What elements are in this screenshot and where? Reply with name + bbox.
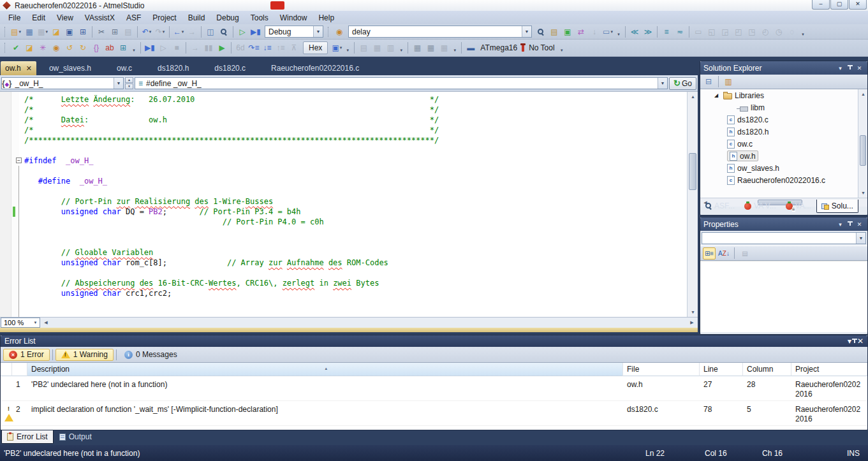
undo-icon[interactable]: ↶▾: [140, 26, 153, 38]
prev-bookmark-icon[interactable]: ◱: [705, 26, 718, 38]
scroll-up-icon[interactable]: ▲: [858, 89, 867, 99]
navigate-forward-icon[interactable]: →: [186, 26, 198, 38]
dock-tab-Error-List[interactable]: Error List: [1, 430, 54, 444]
start-debugging-break-icon[interactable]: ▶▮: [249, 26, 262, 38]
toolbar-grip[interactable]: [4, 43, 7, 53]
start-new-instance-icon[interactable]: ▷: [157, 41, 170, 54]
find-icon[interactable]: [217, 26, 230, 38]
minimize-button[interactable]: –: [812, 0, 830, 10]
properties-icon[interactable]: ⊟: [702, 75, 715, 88]
scroll-down-icon[interactable]: ▼: [688, 307, 698, 317]
column-header-line[interactable]: Line: [700, 363, 743, 376]
chevron-down-icon[interactable]: ▾: [18, 29, 21, 34]
run-to-frame-icon[interactable]: ⊼: [288, 41, 300, 54]
command-window-icon[interactable]: ▭▾: [601, 26, 614, 38]
save-icon[interactable]: ▣: [63, 26, 76, 38]
start-without-debugging-icon[interactable]: ▷: [236, 26, 249, 38]
member-combo[interactable]: ≡ #define _ow_H_ ▼: [135, 77, 668, 89]
code-line[interactable]: unsigned char DQ = PB2; // Port-Pin P3.4…: [0, 207, 686, 217]
project-properties-icon[interactable]: ✳: [36, 41, 49, 54]
maximize-button[interactable]: ▢: [830, 0, 848, 10]
paste-icon[interactable]: ▤: [122, 26, 135, 38]
prev-bookmark-doc-icon[interactable]: ◴: [759, 26, 772, 38]
chevron-down-icon[interactable]: ▼: [658, 78, 667, 89]
step-over-icon[interactable]: ↷≡: [247, 41, 260, 54]
code-line[interactable]: #define _ow_H_: [0, 176, 686, 186]
code-line[interactable]: [0, 186, 686, 196]
code-line[interactable]: /* Datei: ow.h */: [0, 115, 686, 125]
chevron-down-icon[interactable]: ▾: [45, 29, 48, 34]
toolbar-overflow[interactable]: ▾: [344, 41, 351, 54]
add-new-item-icon[interactable]: ▦: [23, 26, 36, 38]
open-file-icon[interactable]: ◪: [50, 26, 63, 38]
prev-bookmark-folder-icon[interactable]: ◰: [732, 26, 745, 38]
watch-window-icon[interactable]: ▤: [357, 41, 370, 54]
device-name-label[interactable]: ATmega16: [478, 43, 520, 52]
scope-spinner[interactable]: ▲▼: [125, 77, 133, 89]
hex-toggle-button[interactable]: Hex: [303, 41, 328, 54]
property-pages-icon[interactable]: ▤: [739, 247, 751, 260]
quick-find-icon[interactable]: [534, 26, 547, 38]
filter-1-Warning[interactable]: 1 Warning: [55, 349, 114, 361]
stop-debugging-icon[interactable]: ■: [170, 41, 183, 54]
code-line[interactable]: // Port-Pin P4.0 = c0h: [0, 217, 686, 227]
toolbar-grip[interactable]: [328, 27, 330, 37]
solution-explorer-header[interactable]: Solution Explorer ▾ ✕: [700, 61, 867, 75]
increase-indent-icon[interactable]: ≫: [642, 26, 654, 38]
tree-item-ow.h[interactable]: how.h: [700, 150, 867, 162]
tree-item-ds1820.h[interactable]: hds1820.h: [700, 126, 867, 138]
window-position-icon[interactable]: ▾: [835, 65, 845, 71]
tree-item-Libraries[interactable]: ◢Libraries: [700, 89, 867, 101]
document-tab-Raeucherofen02022016.c[interactable]: Raeucherofen02022016.c: [258, 61, 372, 75]
code-line[interactable]: /***************************************…: [0, 135, 686, 145]
close-icon[interactable]: ✕: [857, 337, 864, 346]
column-header-description[interactable]: Description▴: [27, 363, 623, 376]
column-header-file[interactable]: File: [623, 363, 700, 376]
code-editor[interactable]: /* Letzte Änderung: 26.07.2010 *//* *//*…: [0, 92, 698, 317]
chevron-down-icon[interactable]: ▾: [610, 29, 613, 34]
toggle-bookmark-icon[interactable]: ▭: [692, 26, 705, 38]
toolbar-overflow[interactable]: ▾: [615, 26, 622, 38]
decrease-indent-icon[interactable]: ≪: [628, 26, 641, 38]
close-icon[interactable]: ✕: [26, 64, 32, 73]
spell-check-icon[interactable]: ab: [103, 41, 116, 54]
menu-help[interactable]: Help: [313, 11, 340, 24]
toolbar-overflow[interactable]: ▾: [799, 26, 807, 38]
tree-item-ow_slaves.h[interactable]: how_slaves.h: [700, 162, 867, 174]
chevron-down-icon[interactable]: ▼: [856, 233, 865, 244]
chevron-down-icon[interactable]: ▼: [114, 78, 123, 89]
toolbar-overflow[interactable]: ▾: [397, 41, 405, 54]
editor-zoom-combo[interactable]: 100 % ▼: [1, 318, 40, 328]
go-button[interactable]: ↻ Go: [669, 77, 696, 90]
step-into-icon[interactable]: ↓≡: [261, 41, 274, 54]
uncomment-lines-icon[interactable]: ≂: [673, 26, 686, 38]
debug-configuration-combo[interactable]: Debug ▼: [265, 26, 323, 38]
window-position-icon[interactable]: ▾: [835, 221, 845, 228]
menu-vassistx[interactable]: VAssistX: [79, 11, 121, 24]
navigate-backward-icon[interactable]: ←▾: [172, 26, 185, 38]
code-line[interactable]: [0, 309, 686, 317]
solution-platforms-icon[interactable]: ◫: [204, 26, 217, 38]
document-tab-ds1820.c[interactable]: ds1820.c: [202, 61, 258, 75]
surround-with-icon[interactable]: ↺: [63, 41, 76, 54]
continue-icon[interactable]: →: [189, 41, 202, 54]
cut-icon[interactable]: ✂: [95, 26, 108, 38]
toolbar-overflow[interactable]: ▾: [451, 41, 459, 54]
panel-tab-ASF[interactable]: ASF...: [701, 200, 739, 212]
column-header-column[interactable]: Column: [743, 363, 791, 376]
chevron-down-icon[interactable]: ▼: [31, 321, 40, 325]
editor-vertical-scrollbar[interactable]: ▲ ▼: [687, 92, 698, 317]
fold-collapse-icon[interactable]: −: [16, 157, 22, 163]
editor-horizontal-scrollbar[interactable]: ◀ ▶: [40, 318, 698, 328]
tree-item-Raeucherofen02022016.c[interactable]: cRaeucherofen02022016.c: [700, 174, 867, 186]
menu-asf[interactable]: ASF: [121, 11, 147, 24]
code-line[interactable]: unsigned char crc1,crc2;: [0, 288, 686, 298]
open-project-icon[interactable]: ◪: [23, 41, 36, 54]
window-layout-icon[interactable]: ▦▾: [36, 26, 49, 38]
code-line[interactable]: // Port-Pin zur Realisierung des 1-Wire-…: [0, 196, 686, 207]
attach-icon[interactable]: ↓: [588, 26, 601, 38]
scope-combo[interactable]: {◆} _ow_H_ ▼: [1, 77, 124, 89]
close-icon[interactable]: ✕: [855, 221, 864, 228]
debug-windows-icon[interactable]: ▣▾: [330, 41, 343, 54]
panel-tab-VAV[interactable]: VA V...: [740, 200, 781, 212]
